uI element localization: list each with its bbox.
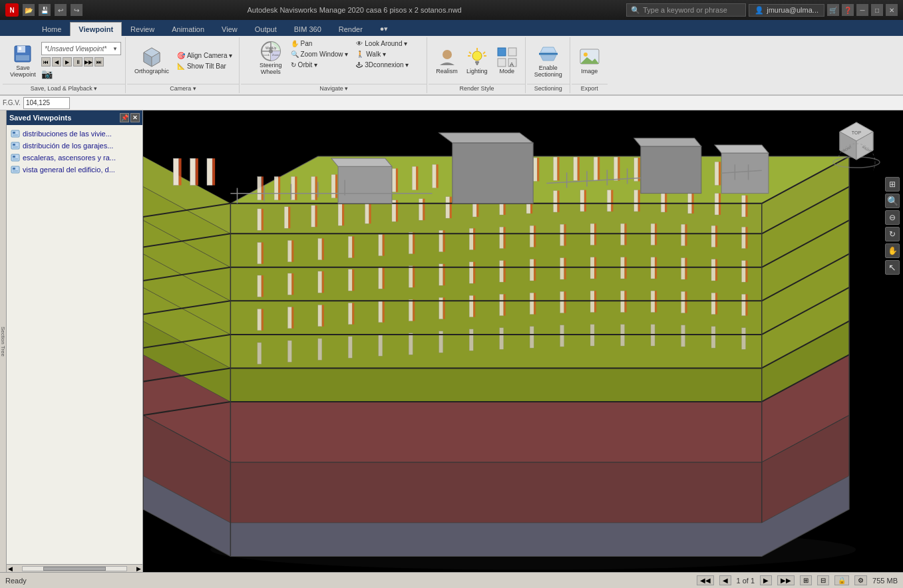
scroll-left-btn[interactable]: ◀ [7, 565, 14, 572]
steering-wheels-btn[interactable]: Walk Look Up Zoom SteeringWheels [256, 39, 285, 77]
svg-rect-151 [611, 190, 613, 212]
panel-close-btn[interactable]: ✕ [130, 113, 140, 122]
orthographic-label: Orthographic [134, 68, 169, 74]
prev-btn2[interactable]: ◀ [719, 575, 731, 585]
image-btn[interactable]: Image [576, 45, 604, 76]
look-around-btn[interactable]: 👁 Look Around ▾ [353, 39, 411, 49]
enable-sectioning-btn[interactable]: EnableSectioning [531, 41, 566, 80]
pan-tool-btn[interactable]: ✋ [885, 243, 900, 258]
svg-rect-260 [711, 293, 715, 314]
svg-rect-161 [746, 196, 748, 217]
svg-rect-279 [711, 327, 715, 348]
svg-rect-238 [379, 301, 383, 322]
search-box[interactable]: 🔍 Type a keyword or phrase [626, 3, 746, 17]
scroll-right-btn[interactable]: ▶ [135, 565, 142, 572]
viewport[interactable]: TOP FRONT RIGHT ⊞ 🔍 ⊖ ↻ ✋ ↖ [143, 110, 903, 572]
pan-btn[interactable]: ✋ Pan [288, 39, 351, 49]
vp-label-1: distribución de los garajes... [23, 142, 113, 150]
coord-bar: F.G.V. [0, 96, 903, 110]
ribbon-panel: SaveViewpoint *Unsaved Viewpoint* ▼ ⏮ ◀ … [0, 36, 903, 96]
svg-rect-229 [746, 261, 748, 282]
svg-rect-130 [338, 204, 342, 225]
lock-btn[interactable]: 🔒 [834, 575, 849, 585]
walk-btn[interactable]: 🚶 Walk ▾ [353, 49, 411, 59]
svg-rect-89 [396, 168, 398, 192]
play-btn[interactable]: ▶ [63, 57, 72, 67]
mode-btn[interactable]: A Mode [493, 45, 521, 76]
rotate-btn[interactable]: ↻ [885, 227, 900, 241]
panel-pin-btn[interactable]: 📌 [120, 113, 129, 122]
zoom-window-btn[interactable]: 🔍 Zoom Window ▾ [288, 49, 351, 59]
cart-btn[interactable]: 🛒 [827, 4, 839, 16]
svg-rect-232 [287, 307, 291, 328]
help-btn[interactable]: ❓ [842, 4, 854, 16]
svg-rect-136 [419, 199, 423, 220]
undo-btn[interactable]: ↩ [55, 4, 67, 16]
next-btn[interactable]: ▶▶ [84, 57, 93, 67]
save-viewpoint-btn[interactable]: SaveViewpoint [7, 41, 39, 80]
svg-rect-265 [287, 341, 291, 362]
vp-item-3[interactable]: vista general del edificio, d... [8, 164, 141, 176]
prev-btn[interactable]: ◀ [52, 57, 61, 67]
svg-rect-110 [614, 157, 618, 180]
next-btn2[interactable]: ▶ [760, 575, 772, 585]
vp-item-0[interactable]: distribuciones de las vivie... [8, 128, 141, 140]
main-area: Section Tree Saved Viewpoints 📌 ✕ distri… [0, 110, 903, 572]
split-view-btn[interactable]: ⊟ [817, 575, 829, 585]
svg-rect-191 [685, 224, 687, 245]
nav-cube[interactable]: TOP FRONT RIGHT [830, 117, 883, 170]
fit-all-btn[interactable]: ⊞ [885, 177, 900, 192]
lighting-label: Lighting [466, 68, 488, 74]
redo-btn[interactable]: ↪ [71, 4, 83, 16]
grid-view-btn[interactable]: ⊞ [800, 575, 812, 585]
3dconnexion-btn[interactable]: 🕹 3Dconnexion ▾ [353, 60, 411, 70]
zoom-in-btn[interactable]: 🔍 [885, 194, 900, 208]
pause-btn[interactable]: ⏸ [73, 57, 83, 67]
tab-review[interactable]: Review [122, 22, 163, 36]
svg-rect-127 [288, 207, 290, 228]
tab-output[interactable]: Output [246, 22, 285, 36]
ribbon-group-save-load: SaveViewpoint *Unsaved Viewpoint* ▼ ⏮ ◀ … [3, 37, 126, 93]
scrollbar-thumb[interactable] [43, 567, 106, 571]
close-btn[interactable]: ✕ [886, 4, 898, 16]
zoom-out-btn[interactable]: ⊖ [885, 210, 900, 225]
svg-rect-90 [412, 166, 416, 190]
next-page-btn[interactable]: ▶▶ [777, 575, 795, 585]
align-camera-icon: 🎯 [177, 52, 185, 59]
maximize-btn[interactable]: □ [871, 4, 883, 16]
tab-viewpoint[interactable]: Viewpoint [70, 22, 122, 36]
settings-btn[interactable]: ⚙ [854, 575, 867, 585]
tab-animation[interactable]: Animation [163, 22, 213, 36]
section-tree-tab[interactable]: Section Tree [0, 110, 7, 572]
tab-home[interactable]: Home [33, 22, 70, 36]
tab-extra[interactable]: ●▾ [371, 21, 397, 36]
unsaved-viewpoint-dropdown[interactable]: *Unsaved Viewpoint* ▼ [41, 42, 121, 55]
lighting-btn[interactable]: Lighting [463, 45, 491, 76]
align-camera-btn[interactable]: 🎯 Align Camera ▾ [174, 51, 235, 61]
svg-rect-225 [685, 258, 687, 279]
svg-rect-106 [574, 157, 578, 180]
show-tilt-bar-btn[interactable]: 📐 Show Tilt Bar [174, 61, 235, 71]
to-end-btn[interactable]: ⏭ [94, 57, 104, 67]
coord-x-input[interactable] [23, 97, 70, 109]
panel-title: Saved Viewpoints [9, 114, 71, 122]
minimize-btn[interactable]: ─ [856, 4, 868, 16]
svg-marker-303 [439, 133, 533, 143]
tab-render[interactable]: Render [330, 22, 371, 36]
orthographic-btn[interactable]: Orthographic [131, 45, 172, 76]
snapshot-btn[interactable]: 📷 [41, 69, 53, 79]
prev-page-btn[interactable]: ◀◀ [697, 575, 714, 585]
panel-scrollbar[interactable]: ◀ ▶ [7, 564, 142, 572]
realism-btn[interactable]: Realism [433, 45, 461, 76]
save-btn[interactable]: 💾 [39, 4, 51, 16]
tab-bim360[interactable]: BIM 360 [285, 22, 330, 36]
select-btn[interactable]: ↖ [885, 260, 900, 275]
to-start-btn[interactable]: ⏮ [41, 57, 51, 67]
vp-item-2[interactable]: escaleras, ascensores y ra... [8, 152, 141, 164]
title-right: 🔍 Type a keyword or phrase 👤 jmurua@ulma… [626, 3, 898, 17]
vp-item-1[interactable]: distribución de los garajes... [8, 140, 141, 152]
tab-view[interactable]: View [213, 22, 246, 36]
quick-access-btn[interactable]: 📂 [23, 4, 35, 16]
orbit-btn[interactable]: ↻ Orbit ▾ [288, 60, 351, 70]
svg-rect-306 [641, 146, 701, 194]
